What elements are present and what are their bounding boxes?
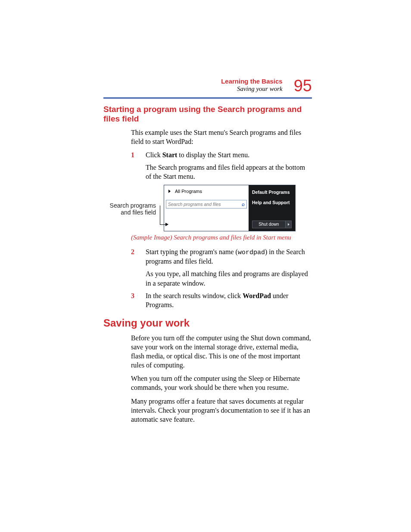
step-number: 3 (131, 291, 137, 309)
shutdown-button[interactable]: Shut down (252, 221, 292, 228)
section-heading: Saving your work (103, 317, 312, 329)
section-title: Saving your work (221, 85, 283, 93)
chapter-title: Learning the Basics (221, 78, 283, 85)
start-menu-screenshot: All Programs Search programs and files ⌕… (164, 185, 296, 231)
header-rule (103, 97, 312, 99)
menu-item-default-programs[interactable]: Default Programs (252, 190, 292, 195)
figure-caption: (Sample Image) Search programs and files… (131, 234, 312, 241)
callout-label: Search programs and files field (109, 202, 156, 217)
step-line: Click Start to display the Start menu. (146, 150, 312, 159)
callout-leader-line (156, 185, 164, 228)
step-text: Start typing the program's name (wordpad… (146, 247, 312, 288)
step-line: As you type, all matching files and prog… (146, 269, 312, 287)
subsection-heading: Starting a program using the Search prog… (103, 105, 312, 124)
body-paragraph: When you turn off the computer using the… (131, 374, 312, 392)
body-paragraph: Many programs offer a feature that saves… (131, 397, 312, 424)
search-icon: ⌕ (242, 201, 245, 207)
step-number: 1 (131, 150, 137, 181)
shutdown-dropdown[interactable] (285, 221, 291, 228)
chevron-right-icon (168, 190, 171, 193)
search-programs-input[interactable]: Search programs and files ⌕ (166, 200, 247, 208)
chevron-right-icon (288, 223, 290, 226)
menu-item-help-support[interactable]: Help and Support (252, 200, 292, 205)
step-number: 2 (131, 247, 137, 288)
page-number: 95 (294, 78, 312, 94)
figure-start-menu: Search programs and files field All Prog… (109, 185, 312, 231)
search-placeholder: Search programs and files (168, 202, 221, 207)
all-programs-label: All Programs (175, 189, 202, 194)
step-text: In the search results window, click Word… (146, 291, 312, 309)
numbered-step: 3In the search results window, click Wor… (131, 291, 312, 309)
intro-paragraph: This example uses the Start menu's Searc… (131, 128, 312, 146)
shutdown-label: Shut down (252, 221, 285, 228)
step-line: In the search results window, click Word… (146, 291, 312, 309)
running-header: Learning the Basics Saving your work 95 (103, 78, 312, 94)
body-paragraph: Before you turn off the computer using t… (131, 333, 312, 370)
numbered-step: 2Start typing the program's name (wordpa… (131, 247, 312, 288)
step-line: Start typing the program's name (wordpad… (146, 247, 312, 266)
all-programs-item[interactable]: All Programs (166, 187, 247, 196)
